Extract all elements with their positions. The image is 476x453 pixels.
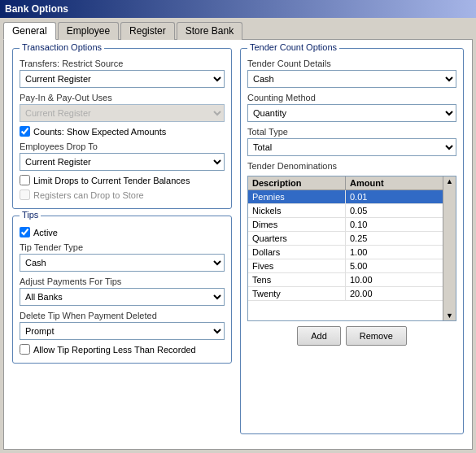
table-row[interactable]: Twenty 20.00	[248, 287, 443, 301]
tab-general[interactable]: General	[3, 22, 56, 40]
content-area: Transaction Options Transfers: Restrict …	[3, 39, 473, 450]
right-panel: Tender Count Options Tender Count Detail…	[240, 48, 464, 441]
row-amount: 20.00	[346, 287, 443, 300]
counting-method-label: Counting Method	[247, 93, 456, 102]
row-amount: 0.25	[346, 232, 443, 245]
payin-label: Pay-In & Pay-Out Uses	[20, 93, 225, 102]
row-amount: 10.00	[346, 273, 443, 286]
table-row[interactable]: Tens 10.00	[248, 273, 443, 287]
tab-employee[interactable]: Employee	[58, 22, 119, 40]
row-amount: 0.01	[346, 190, 443, 203]
total-type-label: Total Type	[247, 127, 456, 137]
payin-dropdown[interactable]: Current Register	[20, 104, 225, 122]
row-amount: 5.00	[346, 259, 443, 272]
tips-title: Tips	[20, 210, 41, 220]
row-description: Twenty	[248, 287, 346, 300]
table-row[interactable]: Fives 5.00	[248, 259, 443, 273]
active-label: Active	[33, 228, 58, 237]
row-description: Tens	[248, 273, 346, 286]
limit-drops-label: Limit Drops to Current Tender Balances	[33, 176, 190, 185]
allow-reporting-row: Allow Tip Reporting Less Than Recorded	[20, 344, 225, 355]
delete-tip-dropdown[interactable]: Prompt Always Never	[20, 322, 225, 340]
table-row[interactable]: Nickels 0.05	[248, 204, 443, 218]
active-checkbox[interactable]	[20, 227, 30, 237]
transfers-dropdown[interactable]: Current Register Any Register None	[20, 70, 225, 88]
limit-drops-checkbox[interactable]	[20, 175, 30, 185]
tender-count-details-label: Tender Count Details	[247, 59, 456, 68]
tender-count-title: Tender Count Options	[247, 42, 339, 52]
tender-denominations-table: Description Amount Pennies 0.01 Nickels …	[247, 176, 456, 321]
registers-row: Registers can Drop to Store	[20, 189, 225, 200]
title-bar: Bank Options	[0, 0, 476, 18]
table-row[interactable]: Pennies 0.01	[248, 190, 443, 204]
table-inner: Description Amount Pennies 0.01 Nickels …	[248, 176, 443, 320]
scroll-up-icon[interactable]: ▲	[446, 177, 453, 185]
col-description: Description	[248, 176, 346, 189]
counting-method-dropdown[interactable]: Quantity Amount	[247, 104, 456, 122]
row-description: Fives	[248, 259, 346, 272]
title-text: Bank Options	[5, 3, 68, 15]
row-description: Dollars	[248, 246, 346, 259]
counts-checkbox[interactable]	[20, 126, 30, 137]
tip-tender-label: Tip Tender Type	[20, 242, 225, 252]
allow-reporting-label: Allow Tip Reporting Less Than Recorded	[33, 345, 196, 355]
row-description: Quarters	[248, 232, 346, 245]
employees-dropdown[interactable]: Current Register Any Register	[20, 153, 225, 171]
col-amount: Amount	[346, 176, 443, 189]
transfers-label: Transfers: Restrict Source	[20, 59, 225, 68]
row-amount: 0.10	[346, 218, 443, 231]
row-description: Pennies	[248, 190, 346, 203]
registers-label: Registers can Drop to Store	[33, 190, 144, 200]
tender-denominations-label: Tender Denominations	[247, 161, 456, 171]
left-panel: Transaction Options Transfers: Restrict …	[12, 48, 232, 441]
row-amount: 0.05	[346, 204, 443, 217]
delete-tip-label: Delete Tip When Payment Deleted	[20, 311, 225, 320]
limit-drops-row: Limit Drops to Current Tender Balances	[20, 175, 225, 185]
table-scroll-area[interactable]: Pennies 0.01 Nickels 0.05 Dimes 0.10	[248, 190, 443, 320]
row-description: Nickels	[248, 204, 346, 217]
tab-store-bank[interactable]: Store Bank	[177, 22, 242, 40]
add-button[interactable]: Add	[297, 326, 341, 346]
counts-row: Counts: Show Expected Amounts	[20, 126, 225, 137]
tender-count-options-group: Tender Count Options Tender Count Detail…	[240, 48, 464, 434]
tab-register[interactable]: Register	[120, 22, 175, 40]
tab-bar: General Employee Register Store Bank	[0, 18, 476, 39]
tips-group: Tips Active Tip Tender Type Cash Credit …	[12, 216, 232, 364]
employees-label: Employees Drop To	[20, 142, 225, 151]
scroll-down-icon[interactable]: ▼	[446, 311, 453, 320]
registers-checkbox[interactable]	[20, 189, 30, 200]
active-row: Active	[20, 227, 225, 237]
row-description: Dimes	[248, 218, 346, 231]
row-amount: 1.00	[346, 246, 443, 259]
table-row[interactable]: Dimes 0.10	[248, 218, 443, 232]
table-row[interactable]: Quarters 0.25	[248, 232, 443, 246]
adjust-label: Adjust Payments For Tips	[20, 277, 225, 286]
allow-reporting-checkbox[interactable]	[20, 344, 30, 355]
button-row: Add Remove	[247, 326, 456, 346]
table-header: Description Amount	[248, 176, 443, 190]
total-type-dropdown[interactable]: Total Subtotal	[247, 138, 456, 156]
window-body: General Employee Register Store Bank Tra…	[0, 18, 476, 453]
table-row[interactable]: Dollars 1.00	[248, 246, 443, 259]
counts-label: Counts: Show Expected Amounts	[33, 127, 166, 137]
remove-button[interactable]: Remove	[346, 326, 407, 346]
tender-count-details-dropdown[interactable]: Cash Credit Check	[247, 70, 456, 88]
transaction-options-group: Transaction Options Transfers: Restrict …	[12, 48, 232, 209]
adjust-dropdown[interactable]: All Banks Current Register	[20, 288, 225, 306]
transaction-options-title: Transaction Options	[20, 42, 104, 52]
scrollbar[interactable]: ▲ ▼	[443, 176, 456, 320]
tip-tender-dropdown[interactable]: Cash Credit Check	[20, 254, 225, 272]
